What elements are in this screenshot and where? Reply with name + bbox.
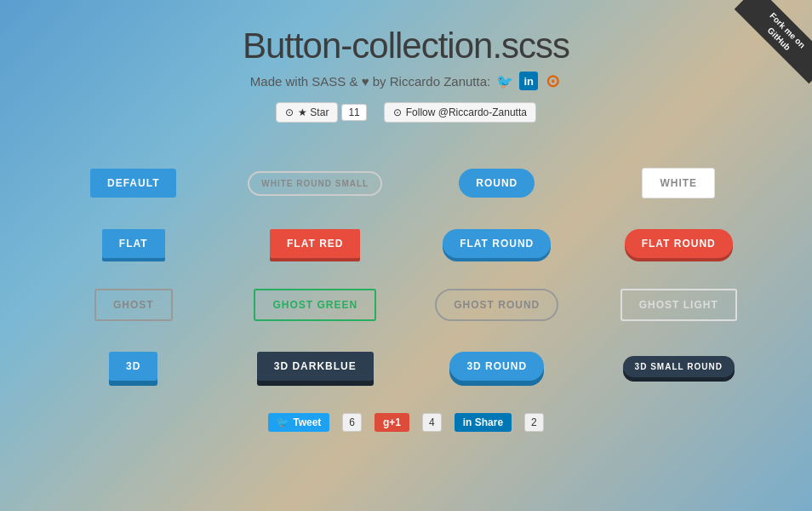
btn-cell-flat-round-red: FLAT ROUND — [588, 214, 770, 273]
3d-darkblue-button[interactable]: 3D DARKBLUE — [257, 352, 374, 381]
ghost-button[interactable]: GHOST — [94, 289, 173, 321]
btn-cell-3d-small-round: 3D SMALL ROUND — [588, 336, 770, 396]
3d-button[interactable]: 3D — [109, 352, 157, 381]
ribbon-text: Fork me on GitHub — [735, 0, 812, 83]
subtitle: Made with SASS & ♥ by Riccardo Zanutta: … — [0, 72, 812, 90]
follow-button[interactable]: ⊙ Follow @Riccardo-Zanutta — [384, 102, 536, 123]
ghost-round-button[interactable]: GHOST ROUND — [435, 289, 558, 321]
page-title: Button-collection.scss — [0, 26, 812, 66]
github-buttons-row: ⊙ ★ Star 11 ⊙ Follow @Riccardo-Zanutta — [0, 102, 812, 123]
linkedin-count: 2 — [524, 413, 544, 432]
github-icon-small: ⊙ — [285, 106, 294, 118]
social-links: 🐦 in ⊙ — [495, 72, 562, 90]
follow-button-group: ⊙ Follow @Riccardo-Zanutta — [384, 102, 536, 123]
footer-share-row: 🐦 Tweet 6 g+1 4 in Share 2 — [0, 413, 812, 432]
flat-button[interactable]: FLAT — [102, 229, 165, 258]
btn-cell-round: ROUND — [406, 152, 588, 214]
btn-cell-ghost-round: GHOST ROUND — [406, 273, 588, 336]
page-header: Button-collection.scss Made with SASS & … — [0, 0, 812, 123]
star-button-group: ⊙ ★ Star 11 — [276, 102, 367, 123]
btn-cell-ghost-green: Ghost GREEN — [225, 273, 407, 336]
3d-small-round-button[interactable]: 3D SMALL ROUND — [623, 356, 735, 377]
ghost-green-button[interactable]: Ghost GREEN — [254, 289, 376, 321]
white-button[interactable]: WHITE — [642, 168, 715, 198]
flat-red-button[interactable]: FLAT RED — [270, 229, 360, 258]
btn-cell-flat: FLAT — [43, 214, 225, 273]
linkedin-icon[interactable]: in — [519, 72, 538, 90]
follow-label: Follow @Riccardo-Zanutta — [406, 106, 527, 118]
round-button[interactable]: ROUND — [459, 169, 535, 198]
btn-cell-3d-round: 3D ROUND — [406, 336, 588, 396]
btn-cell-flat-round: FLAT ROUND — [406, 214, 588, 273]
btn-cell-ghost: GHOST — [43, 273, 225, 336]
flat-round-red-button[interactable]: FLAT ROUND — [625, 229, 733, 258]
btn-cell-white: WHITE — [588, 152, 770, 214]
tweet-label: Tweet — [293, 416, 321, 428]
tweet-count: 6 — [342, 413, 362, 432]
buttons-grid: DEFAULT WHITE ROUND SMALL ROUND WHITE FL… — [0, 152, 812, 396]
star-label: ★ Star — [298, 106, 329, 118]
tweet-button[interactable]: 🐦 Tweet — [268, 413, 329, 432]
btn-cell-default: DEFAULT — [43, 152, 225, 214]
subtitle-text: Made with SASS & ♥ by Riccardo Zanutta: — [250, 74, 490, 89]
3d-round-button[interactable]: 3D ROUND — [449, 352, 544, 381]
twitter-icon[interactable]: 🐦 — [495, 72, 514, 90]
white-round-small-button[interactable]: WHITE ROUND SMALL — [248, 171, 382, 196]
default-button[interactable]: DEFAULT — [90, 169, 176, 198]
linkedin-share-label: in Share — [463, 416, 503, 428]
star-button[interactable]: ⊙ ★ Star — [276, 102, 338, 123]
flat-round-button[interactable]: FLAT ROUND — [443, 229, 551, 258]
btn-cell-ghost-light: GHOST LIGHT — [588, 273, 770, 336]
github-ribbon[interactable]: Fork me on GitHub — [727, 0, 812, 85]
btn-cell-flat-red: FLAT RED — [225, 214, 407, 273]
btn-cell-3d-darkblue: 3D DARKBLUE — [225, 336, 407, 396]
linkedin-share-button[interactable]: in Share — [455, 413, 512, 432]
github-icon[interactable]: ⊙ — [543, 72, 562, 90]
gplus-button[interactable]: g+1 — [375, 413, 409, 432]
btn-cell-3d: 3D — [43, 336, 225, 396]
gplus-count: 4 — [422, 413, 442, 432]
gplus-label: g+1 — [383, 416, 401, 428]
github-icon-follow: ⊙ — [393, 106, 402, 118]
twitter-share-icon: 🐦 — [277, 416, 289, 428]
ghost-light-button[interactable]: GHOST LIGHT — [620, 289, 737, 321]
btn-cell-white-round-small: WHITE ROUND SMALL — [225, 152, 407, 214]
star-count: 11 — [341, 104, 366, 121]
